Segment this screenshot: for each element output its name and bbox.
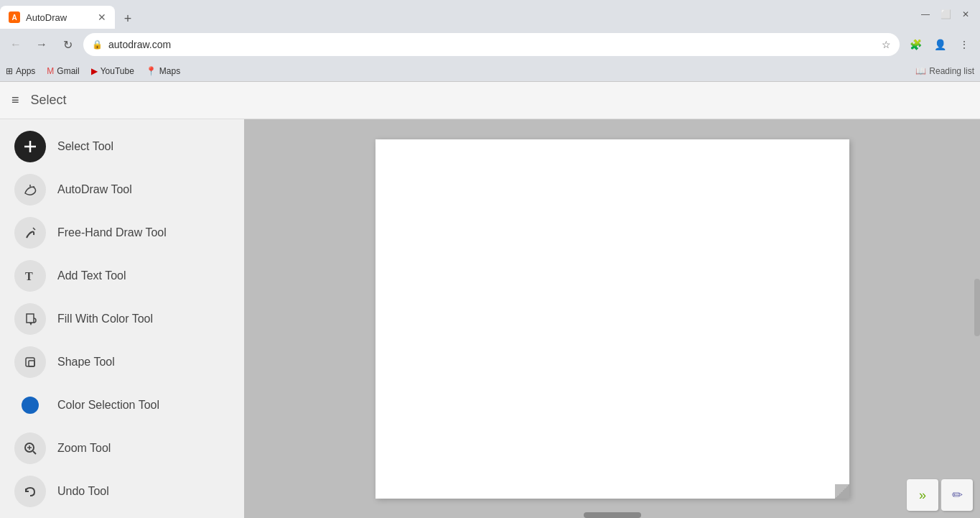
canvas-area[interactable]: » ✏ [244,119,980,518]
tool-label-shape: Shape Tool [57,356,115,369]
tool-icon-undo [14,476,46,507]
bottom-toolbar: » ✏ [907,479,973,511]
gmail-label: Gmail [57,66,79,76]
tool-item-text[interactable]: TAdd Text Tool [0,254,244,297]
maximize-button[interactable]: ⬜ [937,6,954,23]
address-bar-row: ← → ↻ 🔒 autodraw.com ☆ 🧩 👤 ⋮ [0,29,980,60]
close-tab-button[interactable]: ✕ [98,11,106,23]
svg-marker-7 [29,323,32,325]
canvas-corner [835,484,849,499]
main-layout: Select ToolAutoDraw ToolFree-Hand Draw T… [0,119,980,518]
bookmark-maps[interactable]: 📍 Maps [146,66,180,76]
tool-label-text: Add Text Tool [57,269,126,282]
apps-icon: ⊞ [6,66,13,76]
bottom-scrollbar[interactable] [584,512,641,518]
svg-line-12 [33,451,36,454]
svg-rect-9 [29,361,34,366]
youtube-icon: ▶ [91,66,98,76]
favicon-text: A [11,14,17,22]
svg-text:T: T [25,270,33,282]
tool-item-fill[interactable]: Fill With Color Tool [0,297,244,341]
apps-label: Apps [16,66,35,76]
tool-item-autodraw[interactable]: AutoDraw Tool [0,168,244,211]
favicon: A [9,11,20,23]
tool-label-zoom: Zoom Tool [57,442,111,455]
active-tab[interactable]: A AutoDraw ✕ [0,6,115,29]
hamburger-menu-icon[interactable]: ≡ [11,93,19,108]
tool-item-delete[interactable]: Delete Tool [0,513,244,518]
lock-icon: 🔒 [92,40,103,50]
back-button[interactable]: ← [6,34,26,55]
maps-icon: 📍 [146,66,157,76]
tool-icon-shape [14,346,46,378]
tool-item-undo[interactable]: Undo Tool [0,470,244,513]
reading-list-icon: 📖 [915,66,926,76]
tool-item-select[interactable]: Select Tool [0,125,244,168]
window-controls: — ⬜ ✕ [917,6,980,23]
drawing-canvas[interactable] [375,139,849,499]
tool-label-select: Select Tool [57,140,113,153]
profile-button[interactable]: 👤 [930,34,950,55]
tool-icon-select [14,131,46,162]
tools-sidebar: Select ToolAutoDraw ToolFree-Hand Draw T… [0,119,244,518]
tool-label-autodraw: AutoDraw Tool [57,183,132,196]
tool-label-color: Color Selection Tool [57,399,159,412]
svg-point-10 [22,397,39,414]
bookmarks-bar: ⊞ Apps M Gmail ▶ YouTube 📍 Maps 📖 Readin… [0,60,980,82]
close-window-button[interactable]: ✕ [957,6,974,23]
tool-icon-color [14,389,46,421]
tool-item-shape[interactable]: Shape Tool [0,341,244,384]
tool-icon-text: T [14,260,46,292]
svg-marker-6 [27,314,34,323]
reading-list[interactable]: 📖 Reading list [915,66,974,76]
url-text: autodraw.com [108,39,876,50]
forward-button[interactable]: → [32,34,52,55]
youtube-label: YouTube [101,66,134,76]
tool-icon-zoom [14,433,46,464]
app-title: Select [31,93,67,108]
svg-line-4 [33,228,35,230]
tool-icon-fill [14,303,46,335]
reading-list-label: Reading list [929,66,974,76]
new-tab-button[interactable]: + [118,9,138,29]
svg-point-3 [33,186,34,188]
svg-rect-8 [26,358,34,366]
tool-label-freehand: Free-Hand Draw Tool [57,226,167,239]
tool-item-zoom[interactable]: Zoom Tool [0,427,244,470]
refresh-button[interactable]: ↻ [57,34,78,55]
address-bar[interactable]: 🔒 autodraw.com ☆ [83,33,900,56]
bookmark-gmail[interactable]: M Gmail [47,66,79,76]
chevron-button[interactable]: » [907,479,938,511]
pen-button[interactable]: ✏ [941,479,973,511]
extensions-button[interactable]: 🧩 [905,34,925,55]
tool-label-fill: Fill With Color Tool [57,313,153,325]
gmail-icon: M [47,66,54,76]
minimize-button[interactable]: — [917,6,934,23]
tool-label-undo: Undo Tool [57,485,109,498]
tabs-container: A AutoDraw ✕ + [0,0,917,29]
bookmark-youtube[interactable]: ▶ YouTube [91,66,134,76]
scroll-handle[interactable] [974,279,980,336]
bookmark-apps[interactable]: ⊞ Apps [6,66,35,76]
tool-icon-freehand [14,217,46,249]
maps-label: Maps [159,66,180,76]
tool-icon-autodraw [14,174,46,205]
tab-row: A AutoDraw ✕ + — ⬜ ✕ [0,0,980,29]
menu-dots-button[interactable]: ⋮ [954,34,974,55]
tool-item-freehand[interactable]: Free-Hand Draw Tool [0,211,244,254]
bookmark-star-icon[interactable]: ☆ [882,39,891,50]
tool-item-color[interactable]: Color Selection Tool [0,384,244,427]
browser-icons: 🧩 👤 ⋮ [905,34,974,55]
tab-title: AutoDraw [26,12,67,23]
app-header: ≡ Select [0,82,980,119]
